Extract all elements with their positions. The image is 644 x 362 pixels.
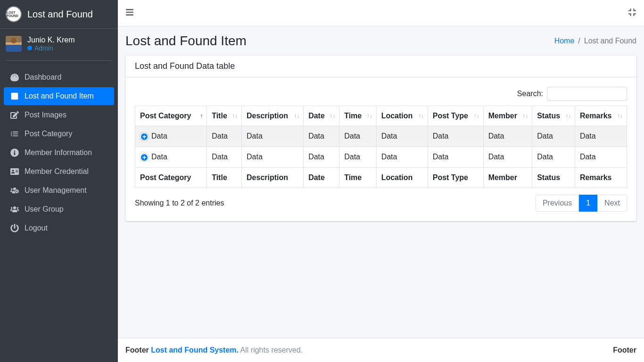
sidebar-item-label: Dashboard <box>25 73 61 82</box>
column-header[interactable]: Location↑↓ <box>376 106 428 126</box>
table-cell: Data <box>575 126 627 147</box>
table-cell: Data <box>242 147 304 167</box>
table-cell: +Data <box>135 147 207 167</box>
table-cell: Data <box>242 126 304 147</box>
sidebar-item-logout[interactable]: Logout <box>4 219 114 237</box>
divider <box>6 60 112 61</box>
data-table: Post Category↑Title↑↓Description↑↓Date↑↓… <box>135 106 627 188</box>
list-icon <box>9 92 20 100</box>
brand-text: Lost and Found <box>27 9 93 20</box>
breadcrumb: Home Lost and Found <box>554 37 636 45</box>
sidebar-item-label: Logout <box>25 224 48 232</box>
table-cell: Data <box>304 126 339 147</box>
search-input[interactable] <box>547 87 627 101</box>
hamburger-icon[interactable] <box>125 8 134 18</box>
page-previous[interactable]: Previous <box>536 195 579 212</box>
search-wrapper: Search: <box>517 87 627 101</box>
sidebar-item-user-management[interactable]: User Management <box>4 181 114 199</box>
column-header[interactable]: Post Type↑↓ <box>428 106 483 126</box>
nav: Dashboard Lost and Found Item Post Image… <box>0 65 118 242</box>
table-info: Showing 1 to 2 of 2 entries <box>135 199 224 207</box>
column-header[interactable]: Time↑↓ <box>339 106 376 126</box>
sidebar-item-label: Member Credential <box>25 167 89 176</box>
expand-icon[interactable]: + <box>140 132 149 141</box>
user-role: Admin <box>27 44 74 52</box>
sort-icon: ↑↓ <box>330 113 335 119</box>
column-header[interactable]: Post Category↑ <box>135 106 207 126</box>
table-cell: Data <box>575 147 627 167</box>
sidebar-item-post-category[interactable]: Post Category <box>4 125 114 143</box>
table-row: +DataDataDataDataDataDataDataDataDataDat… <box>135 147 627 167</box>
sidebar-item-dashboard[interactable]: Dashboard <box>4 68 114 86</box>
main: Lost and Found Item Home Lost and Found … <box>118 0 644 362</box>
sidebar-item-label: Post Category <box>25 130 72 138</box>
sidebar-item-label: Lost and Found Item <box>25 92 94 100</box>
compress-icon[interactable] <box>628 8 636 18</box>
breadcrumb-current: Lost and Found <box>574 37 636 45</box>
status-dot-icon <box>27 46 32 50</box>
sidebar-item-member-credential[interactable]: Member Credential <box>4 163 114 181</box>
sort-icon: ↑↓ <box>418 113 424 119</box>
sort-icon: ↑↓ <box>474 113 479 119</box>
users-cog-icon <box>9 186 20 195</box>
sidebar-item-label: User Management <box>25 186 87 195</box>
table-cell: Data <box>428 126 483 147</box>
table-cell: Data <box>339 147 376 167</box>
column-footer: Status <box>532 167 575 188</box>
table-cell: Data <box>532 126 575 147</box>
page-1[interactable]: 1 <box>579 195 597 212</box>
page-title: Lost and Found Item <box>125 33 247 49</box>
sort-icon: ↑ <box>200 113 203 119</box>
card: Lost and Found Data table Search: Post C… <box>125 56 636 221</box>
brand-logo: LOST FOUND <box>6 6 22 22</box>
column-header[interactable]: Remarks↑↓ <box>575 106 627 126</box>
card-title: Lost and Found Data table <box>125 56 636 77</box>
search-label: Search: <box>517 90 543 98</box>
column-footer: Date <box>304 167 339 188</box>
table-row: +DataDataDataDataDataDataDataDataDataDat… <box>135 126 627 147</box>
sidebar: LOST FOUND Lost and Found Junio K. Krem … <box>0 0 118 362</box>
column-footer: Location <box>376 167 428 188</box>
sort-icon: ↑↓ <box>522 113 528 119</box>
list-ol-icon <box>9 130 20 138</box>
brand[interactable]: LOST FOUND Lost and Found <box>0 0 118 29</box>
info-icon <box>9 148 20 157</box>
sidebar-item-post-images[interactable]: Post Images <box>4 106 114 124</box>
table-cell: Data <box>376 126 428 147</box>
sidebar-item-member-info[interactable]: Member Information <box>4 144 114 162</box>
table-cell: Data <box>207 126 242 147</box>
id-card-icon <box>9 167 20 176</box>
sidebar-item-label: Post Images <box>25 111 66 119</box>
column-footer: Description <box>242 167 304 188</box>
sort-icon: ↑↓ <box>565 113 571 119</box>
sort-icon: ↑↓ <box>232 113 238 119</box>
sidebar-item-user-group[interactable]: User Group <box>4 200 114 218</box>
footer: Footer Lost and Found System. All rights… <box>118 338 644 362</box>
edit-icon <box>9 111 20 119</box>
table-cell: +Data <box>135 126 207 147</box>
user-panel: Junio K. Krem Admin <box>0 29 118 57</box>
column-header[interactable]: Member↑↓ <box>483 106 532 126</box>
column-header[interactable]: Status↑↓ <box>532 106 575 126</box>
breadcrumb-home[interactable]: Home <box>554 37 575 45</box>
avatar <box>6 36 22 52</box>
column-header[interactable]: Description↑↓ <box>242 106 304 126</box>
column-header[interactable]: Title↑↓ <box>207 106 242 126</box>
content-header: Lost and Found Item Home Lost and Found <box>118 26 644 56</box>
table-cell: Data <box>483 126 532 147</box>
column-footer: Time <box>339 167 376 188</box>
dashboard-icon <box>9 73 20 82</box>
footer-link[interactable]: Lost and Found System. <box>151 346 239 354</box>
column-footer: Title <box>207 167 242 188</box>
table-cell: Data <box>339 126 376 147</box>
column-footer: Remarks <box>575 167 627 188</box>
users-icon <box>9 205 20 214</box>
table-cell: Data <box>532 147 575 167</box>
sidebar-item-lost-found[interactable]: Lost and Found Item <box>4 87 114 105</box>
footer-left: Footer Lost and Found System. All rights… <box>125 346 303 354</box>
column-header[interactable]: Date↑↓ <box>304 106 339 126</box>
expand-icon[interactable]: + <box>140 153 149 162</box>
page-next[interactable]: Next <box>597 195 627 212</box>
power-icon <box>9 224 20 232</box>
column-footer: Member <box>483 167 532 188</box>
